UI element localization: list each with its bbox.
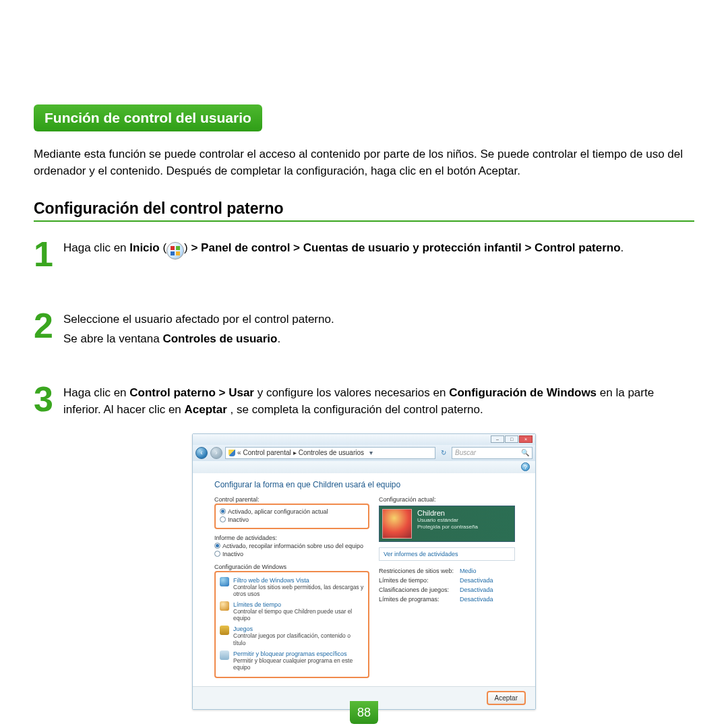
maximize-button[interactable]: □ <box>505 435 518 443</box>
game-icon <box>220 626 229 635</box>
item-programs[interactable]: Permitir y bloquear programas específico… <box>220 648 364 673</box>
address-bar: ‹ › « Control parental ▸ Controles de us… <box>193 445 535 461</box>
back-button[interactable]: ‹ <box>195 447 208 459</box>
step-2-line2-bold: Controles de usuario <box>162 332 277 345</box>
app-icon <box>220 650 229 660</box>
config-windows-label: Configuración de Windows <box>214 564 369 570</box>
globe-icon <box>220 577 229 586</box>
s3t2: Control paterno > Usar <box>129 386 254 399</box>
step-3: 3 Haga clic en Control paterno > Usar y … <box>34 383 694 421</box>
informe-label: Informe de actividades: <box>214 535 369 541</box>
breadcrumb-2: Controles de usuarios <box>299 449 364 456</box>
breadcrumb[interactable]: « Control parental ▸ Controles de usuari… <box>225 447 435 459</box>
radio-inactivo[interactable]: Inactivo <box>220 516 364 524</box>
config-actual-label: Configuración actual: <box>379 496 515 503</box>
minimize-button[interactable]: – <box>491 435 504 443</box>
radio-activado[interactable]: Activado, aplicar configuración actual <box>220 508 364 516</box>
step-2-line2-pre: Se abre la ventana <box>63 332 162 345</box>
s3t3: y configure los valores necesarios en <box>257 386 449 399</box>
search-placeholder: Buscar <box>455 449 476 456</box>
radio-on-icon <box>220 508 226 514</box>
step-1-inicio: Inicio <box>129 241 159 254</box>
step-3-number: 3 <box>34 383 59 421</box>
window-heading: Configurar la forma en que Children usar… <box>214 480 515 489</box>
step-2-line1: Seleccione el usuario afectado por el co… <box>63 311 334 328</box>
step-1-post: > Panel de control > Cuentas de usuario … <box>191 241 620 254</box>
item-games[interactable]: Juegos Controlar juegos por clasificació… <box>220 624 364 648</box>
window-titlebar: – □ × <box>193 434 535 445</box>
intro-text: Mediante esta función se puede controlar… <box>34 146 694 179</box>
control-parental-group: Activado, aplicar configuración actual I… <box>214 504 369 529</box>
help-icon[interactable]: ? <box>521 462 530 471</box>
view-reports-link[interactable]: Ver informes de actividades <box>379 547 515 561</box>
clock-icon <box>220 601 229 611</box>
refresh-icon[interactable]: ↻ <box>438 449 449 456</box>
summary-apps: Límites de programas: Desactivada <box>379 595 515 604</box>
s3t4: Configuración de Windows <box>449 386 597 399</box>
user-card: Children Usuario estándar Protegida por … <box>379 506 515 542</box>
s3t6: Aceptar <box>185 403 227 416</box>
section-title: Función de control del usuario <box>34 104 262 131</box>
search-input[interactable]: Buscar 🔍 <box>452 447 533 459</box>
avatar <box>382 509 412 539</box>
windows-logo-icon <box>166 242 184 260</box>
shield-icon <box>229 450 235 456</box>
step-1: 1 Haga clic en Inicio () > Panel de cont… <box>34 238 694 271</box>
step-1-number: 1 <box>34 238 59 271</box>
radio-off-icon <box>220 516 226 522</box>
s3t1: Haga clic en <box>63 386 129 399</box>
s3t7: , se completa la configuración del contr… <box>231 403 483 416</box>
user-type: Usuario estándar <box>417 517 478 524</box>
step-2: 2 Seleccione el usuario afectado por el … <box>34 309 694 351</box>
breadcrumb-1: Control parental <box>243 449 291 456</box>
breadcrumb-dropdown-icon[interactable]: ▾ <box>366 449 375 456</box>
summary-time: Límites de tiempo: Desactivada <box>379 576 515 585</box>
search-icon: 🔍 <box>521 449 529 456</box>
item-time-limits[interactable]: Límites de tiempo Controlar el tiempo qu… <box>220 599 364 624</box>
summary-games: Clasificaciones de juegos: Desactivada <box>379 585 515 595</box>
accept-button[interactable]: Aceptar <box>487 691 526 705</box>
step-1-pre: Haga clic en <box>63 241 129 254</box>
subheading: Configuración del control paterno <box>34 200 694 222</box>
page-number: 88 <box>350 701 378 724</box>
parental-controls-window: – □ × ‹ › « Control parental ▸ Controles… <box>192 433 536 710</box>
radio-informe-on[interactable]: Activado, recopilar información sobre us… <box>214 542 369 550</box>
radio-informe-off[interactable]: Inactivo <box>214 550 369 558</box>
step-2-number: 2 <box>34 309 59 351</box>
config-windows-group: Filtro web de Windows Vista Controlar lo… <box>214 571 369 679</box>
item-web-filter[interactable]: Filtro web de Windows Vista Controlar lo… <box>220 575 364 599</box>
control-parental-label: Control parental: <box>214 496 369 503</box>
close-button[interactable]: × <box>519 435 533 443</box>
radio-off-icon <box>214 551 220 557</box>
summary-web: Restricciones de sitios web: Medio <box>379 566 515 576</box>
radio-on-icon <box>214 543 220 549</box>
forward-button[interactable]: › <box>210 447 222 459</box>
window-toolbar: ? <box>193 461 535 473</box>
user-name: Children <box>417 509 478 517</box>
user-protected: Protegida por contraseña <box>417 524 478 530</box>
